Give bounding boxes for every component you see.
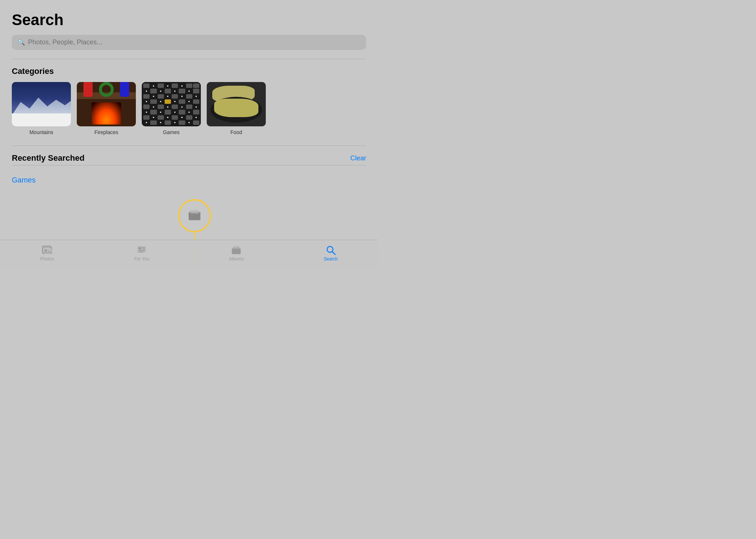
recent-item-games[interactable]: Games [12, 173, 366, 187]
svg-point-6 [45, 249, 47, 252]
category-mountains[interactable]: Mountains [12, 82, 71, 135]
tab-search-label: Search [324, 256, 338, 262]
tab-bar: Photos For You Albums Search [0, 240, 378, 269]
albums-icon-callout [187, 210, 202, 222]
svg-rect-9 [142, 247, 145, 248]
category-image-games [142, 82, 201, 126]
category-fireplaces[interactable]: Fireplaces [77, 82, 136, 135]
search-tab-icon [326, 245, 336, 255]
category-label-fireplaces: Fireplaces [94, 129, 118, 135]
svg-rect-11 [138, 250, 145, 251]
search-placeholder: Photos, People, Places... [28, 38, 102, 46]
svg-rect-13 [232, 248, 241, 254]
svg-rect-8 [138, 247, 141, 249]
category-label-games: Games [163, 129, 179, 135]
for-you-tab-icon [137, 245, 147, 255]
svg-rect-15 [234, 246, 238, 248]
svg-rect-12 [138, 252, 144, 252]
callout-container [178, 199, 211, 232]
svg-rect-2 [191, 210, 198, 212]
category-image-food [207, 82, 266, 126]
divider-categories [12, 59, 366, 59]
category-food[interactable]: Food [207, 82, 266, 135]
category-image-fireplaces [77, 82, 136, 126]
tab-albums[interactable]: Albums [189, 245, 284, 262]
page-title: Search [12, 11, 366, 29]
category-label-food: Food [230, 129, 242, 135]
callout-circle [178, 199, 211, 232]
recently-searched-header: Recently Searched Clear [12, 153, 366, 163]
categories-grid: Mountains Fireplaces [12, 82, 366, 135]
photos-tab-icon [42, 245, 52, 255]
recently-searched-title: Recently Searched [12, 153, 85, 163]
tab-photos[interactable]: Photos [0, 245, 94, 262]
svg-rect-10 [142, 249, 145, 249]
categories-title: Categories [12, 66, 366, 76]
clear-button[interactable]: Clear [350, 154, 366, 162]
divider-recent-line [12, 165, 366, 166]
category-label-mountains: Mountains [30, 129, 54, 135]
tab-for-you-label: For You [134, 256, 149, 262]
tab-albums-label: Albums [229, 256, 244, 262]
divider-recent [12, 146, 366, 146]
category-image-mountains [12, 82, 71, 126]
category-games[interactable]: Games [142, 82, 201, 135]
svg-line-17 [332, 252, 335, 255]
tab-photos-label: Photos [40, 256, 54, 262]
main-content: Search 🔍 Photos, People, Places... Categ… [0, 0, 378, 187]
tab-for-you[interactable]: For You [94, 245, 189, 262]
tab-search[interactable]: Search [284, 245, 378, 262]
albums-tab-icon [231, 245, 241, 255]
search-bar[interactable]: 🔍 Photos, People, Places... [12, 35, 366, 50]
search-icon: 🔍 [18, 39, 25, 46]
